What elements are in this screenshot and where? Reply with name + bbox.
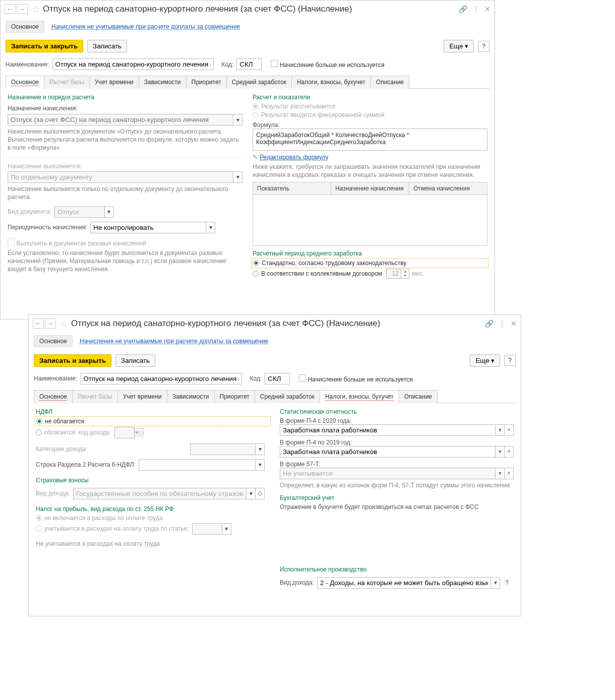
- tab-main[interactable]: Основное: [34, 390, 73, 403]
- exec-select: [8, 171, 233, 183]
- sec-profit-title: Налог на прибыль, вид расхода по ст. 255…: [36, 505, 270, 513]
- link-icon[interactable]: 🔗: [459, 5, 467, 13]
- name-input[interactable]: [52, 58, 214, 70]
- tab-avg[interactable]: Средний заработок: [255, 390, 320, 403]
- save-close-button[interactable]: Записать и закрыть: [34, 354, 111, 367]
- titlebar: ← → ☆ Отпуск на период санаторно-курортн…: [29, 315, 521, 332]
- chevron-down-icon[interactable]: ▾: [256, 459, 265, 471]
- pencil-icon: ✎: [253, 154, 258, 161]
- indicator-hint: Ниже укажите, требуется ли запрашивать з…: [253, 163, 487, 179]
- subnav-link[interactable]: Начисления не учитываемые при расчете до…: [51, 23, 240, 30]
- sec-ndfl-title: НДФЛ: [36, 408, 270, 415]
- tab-time[interactable]: Учет времени: [117, 390, 167, 403]
- not-used-checkbox[interactable]: [271, 60, 278, 67]
- chevron-down-icon[interactable]: ▾: [496, 446, 505, 458]
- toolbar: Записать и закрыть Записать Еще ▾ ?: [1, 36, 495, 56]
- formula-text: СреднийЗаработокОбщий * КоличествоДнейОт…: [253, 129, 487, 151]
- tab-deps[interactable]: Зависимости: [167, 390, 215, 403]
- save-button[interactable]: Записать: [87, 40, 127, 52]
- subnav-link[interactable]: Начисления не учитываемые при расчете до…: [80, 338, 268, 345]
- clear-icon[interactable]: ×: [505, 468, 514, 479]
- save-close-button[interactable]: Записать и закрыть: [6, 40, 83, 52]
- cat-label: Категория дохода:: [36, 446, 87, 453]
- help-button[interactable]: ?: [478, 41, 489, 52]
- radio-not-taxed[interactable]: [36, 418, 42, 424]
- code-input[interactable]: [236, 58, 262, 70]
- p4-2020-select[interactable]: [280, 424, 496, 436]
- tab-main[interactable]: Основное: [6, 76, 44, 89]
- subnav-main[interactable]: Основное: [34, 335, 73, 347]
- profit-note: Не учитывается в расходах на оплату труд…: [36, 540, 270, 548]
- close-icon[interactable]: ✕: [511, 320, 517, 328]
- nav-back[interactable]: ←: [33, 319, 44, 329]
- radio-taxed[interactable]: [36, 429, 42, 435]
- tab-desc[interactable]: Описание: [371, 76, 409, 89]
- sec-stat-title: Статистическая отчетность: [280, 408, 514, 415]
- tab-priority[interactable]: Приоритет: [186, 76, 227, 89]
- favorite-icon[interactable]: ☆: [32, 4, 40, 15]
- chevron-down-icon[interactable]: ▾: [206, 222, 215, 233]
- exec-select[interactable]: [317, 577, 491, 589]
- subnav-main[interactable]: Основное: [6, 21, 44, 33]
- window-title: Отпуск на период санаторно-курортного ле…: [43, 4, 459, 14]
- code-input[interactable]: [265, 373, 290, 385]
- name-label: Наименование:: [6, 61, 49, 68]
- help-icon[interactable]: ?: [505, 579, 509, 586]
- sec-calc-title: Расчет и показатели: [253, 94, 487, 101]
- clear-icon[interactable]: ×: [505, 446, 514, 458]
- nav-forward[interactable]: →: [45, 319, 56, 329]
- close-icon[interactable]: ✕: [484, 5, 490, 13]
- radio-period-std[interactable]: [253, 260, 259, 266]
- radio-period-collective[interactable]: [253, 271, 259, 277]
- window-1: ← → ☆ Отпуск на период санаторно-курортн…: [0, 0, 495, 320]
- chevron-down-icon[interactable]: ▾: [233, 114, 242, 125]
- tab-tax[interactable]: Налоги, взносы, бухучет: [320, 390, 399, 403]
- doc-type-label: Вид документа:: [8, 208, 51, 215]
- nav-back[interactable]: ←: [5, 4, 16, 14]
- chevron-down-icon[interactable]: ▾: [496, 424, 505, 436]
- link-icon[interactable]: 🔗: [485, 320, 494, 328]
- chevron-down-icon[interactable]: ▾: [496, 468, 505, 479]
- tab-desc[interactable]: Описание: [399, 390, 438, 403]
- more-button[interactable]: Еще ▾: [470, 354, 500, 367]
- menu-icon[interactable]: ⋮: [499, 320, 506, 328]
- tab-tax[interactable]: Налоги, взносы, бухучет: [291, 76, 371, 89]
- edit-formula-link[interactable]: Редактировать формулу: [260, 154, 329, 161]
- tab-priority[interactable]: Приоритет: [214, 390, 255, 403]
- clear-icon[interactable]: ×: [505, 424, 514, 436]
- tab-base[interactable]: Расчет базы: [44, 76, 90, 89]
- chevron-down-icon: ▾: [222, 523, 231, 535]
- article-select: [192, 523, 222, 535]
- code-label: Код:: [222, 61, 234, 68]
- not-used-label: Начисление больше не используется: [280, 61, 385, 69]
- purpose-select[interactable]: [8, 114, 233, 125]
- once-cb-label: Выполнять в документах разовых начислени…: [16, 240, 146, 247]
- row6-select[interactable]: [139, 459, 256, 471]
- tab-base[interactable]: Расчет базы: [72, 390, 118, 403]
- radio-included: [36, 526, 42, 532]
- tab-avg[interactable]: Средний заработок: [226, 76, 292, 89]
- sec-avg-period-title: Расчетный период среднего заработка: [253, 250, 487, 257]
- toolbar: Записать и закрыть Записать Еще ▾ ?: [29, 350, 521, 371]
- nav-forward[interactable]: →: [17, 4, 28, 14]
- sec-exec-title: Исполнительное производство: [280, 566, 514, 573]
- name-input[interactable]: [81, 373, 242, 385]
- save-button[interactable]: Записать: [115, 354, 155, 367]
- tab-time[interactable]: Учет времени: [89, 76, 139, 89]
- tab-deps[interactable]: Зависимости: [139, 76, 187, 89]
- open-icon: ◇: [139, 428, 144, 436]
- stat-hint: Определяет, в какую из колонок форм П-4,…: [280, 481, 514, 489]
- chevron-down-icon[interactable]: ▾: [491, 577, 500, 589]
- p4-2019-select[interactable]: [280, 446, 496, 458]
- more-button[interactable]: Еще ▾: [444, 40, 474, 52]
- menu-icon[interactable]: ⋮: [472, 5, 479, 13]
- f57t-label: В форме 57-Т:: [280, 461, 514, 468]
- help-button[interactable]: ?: [504, 355, 516, 366]
- not-used-checkbox[interactable]: [299, 374, 306, 381]
- period-select[interactable]: [90, 222, 206, 233]
- f57t-select[interactable]: [280, 468, 496, 479]
- income-code-input: [114, 427, 135, 438]
- open-icon: ◇: [256, 488, 265, 499]
- th-cancel: Отмена начисления: [409, 182, 487, 195]
- favorite-icon[interactable]: ☆: [60, 318, 68, 329]
